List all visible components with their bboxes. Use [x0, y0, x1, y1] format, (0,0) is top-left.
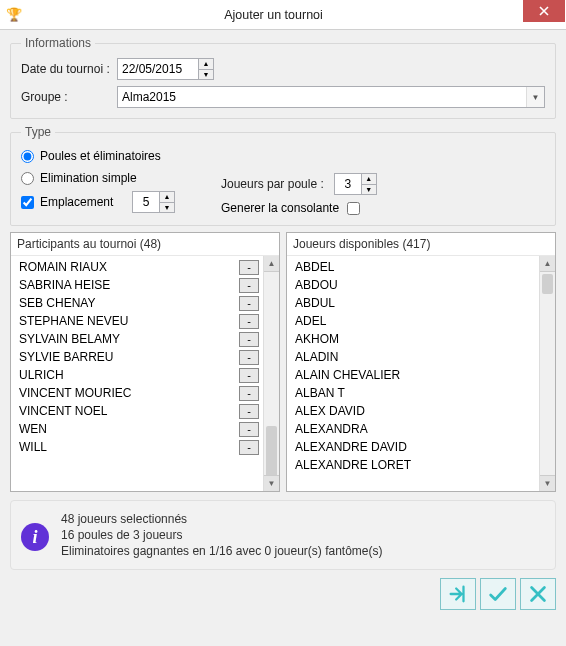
participant-row[interactable]: WILL-	[11, 438, 279, 456]
participant-row[interactable]: ROMAIN RIAUX-	[11, 258, 279, 276]
action-buttons	[10, 578, 556, 610]
participant-name: WEN	[19, 422, 239, 436]
participant-name: STEPHANE NEVEU	[19, 314, 239, 328]
chevron-up-icon[interactable]: ▲	[362, 174, 376, 185]
participant-name: SEB CHENAY	[19, 296, 239, 310]
participant-name: WILL	[19, 440, 239, 454]
scroll-up-icon[interactable]: ▲	[540, 256, 555, 272]
title-bar: 🏆 Ajouter un tournoi	[0, 0, 566, 30]
group-combobox[interactable]: ▼	[117, 86, 545, 108]
chevron-down-icon[interactable]: ▼	[526, 87, 544, 107]
group-field[interactable]	[118, 87, 526, 107]
available-row[interactable]: ALADIN	[287, 348, 555, 366]
available-row[interactable]: ALBAN T	[287, 384, 555, 402]
date-label: Date du tournoi :	[21, 62, 111, 76]
participant-row[interactable]: VINCENT NOEL-	[11, 402, 279, 420]
participant-name: VINCENT MOURIEC	[19, 386, 239, 400]
type-group: Type Poules et éliminatoires Elimination…	[10, 125, 556, 226]
participant-row[interactable]: STEPHANE NEVEU-	[11, 312, 279, 330]
scrollbar[interactable]: ▲ ▼	[539, 256, 555, 491]
participant-name: ROMAIN RIAUX	[19, 260, 239, 274]
available-row[interactable]: ABDOU	[287, 276, 555, 294]
available-row[interactable]: ALEX DAVID	[287, 402, 555, 420]
scrollbar[interactable]: ▲ ▼	[263, 256, 279, 491]
remove-participant-button[interactable]: -	[239, 368, 259, 383]
participant-row[interactable]: WEN-	[11, 420, 279, 438]
date-field[interactable]	[118, 59, 198, 79]
remove-participant-button[interactable]: -	[239, 314, 259, 329]
available-row[interactable]: ABDEL	[287, 258, 555, 276]
participants-header: Participants au tournoi (48)	[11, 233, 279, 256]
placement-row: Emplacement ▲▼	[21, 193, 211, 211]
remove-participant-button[interactable]: -	[239, 260, 259, 275]
trophy-icon: 🏆	[4, 7, 24, 22]
ok-button[interactable]	[480, 578, 516, 610]
generate-consolation-checkbox[interactable]	[347, 202, 360, 215]
remove-participant-button[interactable]: -	[239, 440, 259, 455]
radio-pools-label: Poules et éliminatoires	[40, 149, 161, 163]
participant-name: ULRICH	[19, 368, 239, 382]
summary-line-2: 16 poules de 3 joueurs	[61, 527, 545, 543]
check-icon	[487, 583, 509, 605]
placement-label: Emplacement	[40, 195, 126, 209]
participant-row[interactable]: SYLVIE BARREU-	[11, 348, 279, 366]
players-per-pool-stepper[interactable]: ▲▼	[334, 173, 377, 195]
remove-participant-button[interactable]: -	[239, 404, 259, 419]
participant-row[interactable]: SABRINA HEISE-	[11, 276, 279, 294]
remove-participant-button[interactable]: -	[239, 386, 259, 401]
available-row[interactable]: AKHOM	[287, 330, 555, 348]
remove-participant-button[interactable]: -	[239, 422, 259, 437]
summary-line-3: Eliminatoires gagnantes en 1/16 avec 0 j…	[61, 543, 545, 559]
placement-stepper[interactable]: ▲▼	[132, 191, 175, 213]
participant-row[interactable]: SYLVAIN BELAMY-	[11, 330, 279, 348]
available-row[interactable]: ALEXANDRE DAVID	[287, 438, 555, 456]
participant-name: SABRINA HEISE	[19, 278, 239, 292]
scroll-thumb[interactable]	[266, 426, 277, 481]
cancel-button[interactable]	[520, 578, 556, 610]
available-row[interactable]: ALAIN CHEVALIER	[287, 366, 555, 384]
available-row[interactable]: ADEL	[287, 312, 555, 330]
available-row[interactable]: ALEXANDRE LORET	[287, 456, 555, 474]
remove-participant-button[interactable]: -	[239, 350, 259, 365]
radio-simple-input[interactable]	[21, 172, 34, 185]
chevron-up-icon[interactable]: ▲	[199, 59, 213, 70]
radio-pools[interactable]: Poules et éliminatoires	[21, 147, 211, 165]
placement-checkbox[interactable]	[21, 196, 34, 209]
participant-row[interactable]: ULRICH-	[11, 366, 279, 384]
chevron-up-icon[interactable]: ▲	[160, 192, 174, 203]
arrow-right-icon	[447, 583, 469, 605]
radio-pools-input[interactable]	[21, 150, 34, 163]
players-per-pool-value[interactable]	[335, 174, 361, 194]
remove-participant-button[interactable]: -	[239, 278, 259, 293]
players-per-pool-label: Joueurs par poule :	[221, 177, 324, 191]
participant-row[interactable]: VINCENT MOURIEC-	[11, 384, 279, 402]
scroll-down-icon[interactable]: ▼	[264, 475, 279, 491]
close-button[interactable]	[523, 0, 565, 22]
chevron-down-icon[interactable]: ▼	[362, 185, 376, 195]
x-icon	[527, 583, 549, 605]
close-icon	[539, 6, 549, 16]
available-list: Joueurs disponibles (417) ABDELABDOUABDU…	[286, 232, 556, 492]
summary-line-1: 48 joueurs selectionnés	[61, 511, 545, 527]
radio-simple[interactable]: Elimination simple	[21, 169, 211, 187]
chevron-down-icon[interactable]: ▼	[160, 203, 174, 213]
date-spinner[interactable]: ▲ ▼	[198, 59, 213, 79]
date-input[interactable]: ▲ ▼	[117, 58, 214, 80]
generate-consolation-label: Generer la consolante	[221, 201, 339, 215]
participant-name: VINCENT NOEL	[19, 404, 239, 418]
apply-button[interactable]	[440, 578, 476, 610]
chevron-down-icon[interactable]: ▼	[199, 70, 213, 80]
scroll-up-icon[interactable]: ▲	[264, 256, 279, 272]
available-row[interactable]: ABDUL	[287, 294, 555, 312]
remove-participant-button[interactable]: -	[239, 332, 259, 347]
available-header: Joueurs disponibles (417)	[287, 233, 555, 256]
type-legend: Type	[21, 125, 55, 139]
participant-row[interactable]: SEB CHENAY-	[11, 294, 279, 312]
available-row[interactable]: ALEXANDRA	[287, 420, 555, 438]
group-label: Groupe :	[21, 90, 111, 104]
placement-value[interactable]	[133, 192, 159, 212]
remove-participant-button[interactable]: -	[239, 296, 259, 311]
scroll-down-icon[interactable]: ▼	[540, 475, 555, 491]
informations-legend: Informations	[21, 36, 95, 50]
scroll-thumb[interactable]	[542, 274, 553, 294]
